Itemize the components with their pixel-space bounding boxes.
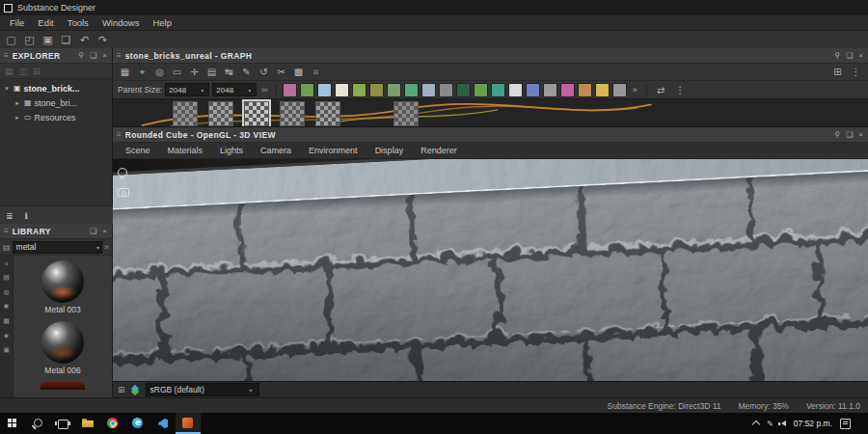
3d-view-menu-item[interactable]: Materials bbox=[159, 146, 212, 155]
node-shortcut-button[interactable] bbox=[491, 83, 505, 97]
filter-icon[interactable]: ▤ bbox=[3, 243, 11, 252]
pin-icon[interactable]: ⚲ bbox=[833, 51, 841, 60]
node-shortcut-button[interactable] bbox=[300, 83, 314, 97]
chevron-down-icon[interactable]: ▾ bbox=[96, 244, 101, 251]
expand-arrow-icon[interactable]: ▸ bbox=[14, 99, 21, 107]
cut-icon[interactable]: ✂ bbox=[273, 67, 289, 77]
node-shortcut-button[interactable] bbox=[404, 83, 419, 97]
chrome-icon[interactable] bbox=[100, 413, 125, 434]
search-input[interactable] bbox=[14, 242, 96, 252]
node-thumbnail[interactable] bbox=[393, 101, 419, 126]
library-category-icon[interactable]: ≡ bbox=[4, 260, 8, 267]
link-mode-icon[interactable]: ↹ bbox=[221, 67, 237, 77]
center-icon[interactable]: ◎ bbox=[151, 67, 168, 77]
split-view-icon[interactable]: ◫ bbox=[19, 67, 28, 76]
info-icon[interactable]: ℹ bbox=[25, 211, 28, 221]
pin-icon[interactable]: ⚲ bbox=[77, 51, 85, 60]
node-shortcut-button[interactable] bbox=[352, 83, 366, 97]
fit-icon[interactable]: ▭ bbox=[169, 67, 185, 77]
pattern-icon[interactable]: ▩ bbox=[290, 67, 307, 77]
tree-item[interactable]: ▸ ▭ Resources bbox=[0, 110, 112, 124]
menu-item[interactable]: Windows bbox=[95, 17, 147, 28]
library-category-icon[interactable]: ▦ bbox=[3, 317, 10, 325]
parent-height-select[interactable]: 2048 ▾ bbox=[212, 83, 257, 96]
node-shortcut-button[interactable] bbox=[283, 83, 297, 97]
3d-view-menu-item[interactable]: Renderer bbox=[412, 146, 466, 155]
tray-expand-icon[interactable] bbox=[752, 420, 760, 428]
menu-item[interactable]: Help bbox=[146, 17, 178, 28]
redo-icon[interactable]: ↷ bbox=[95, 32, 111, 47]
layout-icon[interactable]: ▤ bbox=[203, 67, 220, 77]
node-overflow-button[interactable]: » bbox=[630, 85, 640, 95]
copy-icon[interactable]: ❏ bbox=[58, 32, 74, 47]
task-view-icon[interactable] bbox=[50, 413, 75, 434]
file-explorer-icon[interactable] bbox=[75, 413, 100, 434]
vscode-icon[interactable] bbox=[150, 413, 176, 434]
substance-designer-icon[interactable] bbox=[176, 413, 201, 434]
node-thumbnail[interactable] bbox=[244, 101, 269, 126]
library-more-icon[interactable]: » bbox=[104, 242, 109, 252]
library-category-icon[interactable]: ✱ bbox=[4, 303, 10, 311]
3d-view-menu-item[interactable]: Scene bbox=[117, 146, 159, 155]
expand-arrow-icon[interactable]: ▸ bbox=[14, 114, 21, 122]
float-icon[interactable]: ❏ bbox=[89, 227, 97, 235]
3d-view-menu-item[interactable]: Display bbox=[366, 146, 413, 155]
refresh-icon[interactable]: ↺ bbox=[256, 67, 272, 77]
tree-item[interactable]: ▸ ▦ stone_bri... bbox=[0, 95, 112, 110]
list-view-icon[interactable]: ▤ bbox=[5, 67, 14, 76]
node-shortcut-button[interactable] bbox=[317, 83, 332, 97]
graph-canvas[interactable] bbox=[113, 99, 868, 126]
move-icon[interactable]: ✛ bbox=[186, 67, 203, 77]
node-thumbnail[interactable] bbox=[280, 101, 305, 126]
library-category-icon[interactable]: ◍ bbox=[3, 288, 9, 296]
library-item[interactable]: Metal 006 bbox=[41, 321, 84, 375]
start-icon[interactable] bbox=[0, 413, 25, 434]
menu-item[interactable]: File bbox=[3, 17, 31, 28]
pin-icon[interactable]: ⚲ bbox=[833, 130, 841, 139]
clock[interactable]: 07:52 p.m. bbox=[794, 419, 832, 428]
node-thumbnail[interactable] bbox=[208, 101, 233, 126]
volume-icon[interactable] bbox=[781, 420, 786, 426]
close-icon[interactable]: × bbox=[857, 130, 864, 139]
node-shortcut-button[interactable] bbox=[369, 83, 384, 97]
align-horizontal-icon[interactable]: ⇄ bbox=[653, 85, 669, 95]
colorspace-select[interactable]: sRGB (default) ▾ bbox=[146, 383, 259, 396]
focus-icon[interactable]: ⌖ bbox=[134, 67, 150, 78]
more-options-icon[interactable]: ⋮ bbox=[672, 85, 689, 95]
3d-view-menu-item[interactable]: Lights bbox=[211, 146, 252, 155]
close-icon[interactable]: × bbox=[857, 51, 864, 60]
node-shortcut-button[interactable] bbox=[612, 83, 627, 97]
library-item[interactable]: Metal 003 bbox=[41, 260, 84, 314]
node-thumbnail[interactable] bbox=[315, 101, 340, 126]
node-shortcut-button[interactable] bbox=[578, 83, 592, 97]
expand-arrow-icon[interactable]: ▾ bbox=[3, 85, 11, 93]
snap-grid-icon[interactable]: ⌗ bbox=[308, 67, 324, 78]
node-shortcut-button[interactable] bbox=[560, 83, 575, 97]
open-icon[interactable]: ◰ bbox=[21, 32, 38, 47]
node-shortcut-button[interactable] bbox=[421, 83, 436, 97]
new-file-icon[interactable]: ▢ bbox=[3, 32, 19, 47]
properties-icon[interactable]: ≣ bbox=[6, 211, 14, 221]
node-shortcut-button[interactable] bbox=[474, 83, 488, 97]
node-shortcut-button[interactable] bbox=[387, 83, 401, 97]
collapse-all-icon[interactable]: ⊟ bbox=[33, 67, 41, 76]
options-icon[interactable]: ⋮ bbox=[848, 67, 864, 77]
background-toggle-icon[interactable]: ⊞ bbox=[118, 385, 125, 394]
undo-icon[interactable]: ↶ bbox=[76, 32, 93, 47]
search-icon[interactable] bbox=[25, 413, 50, 434]
save-icon[interactable]: ▣ bbox=[40, 32, 56, 47]
node-shortcut-button[interactable] bbox=[543, 83, 557, 97]
tree-item[interactable]: ▾ ▣ stone_brick... bbox=[0, 81, 112, 95]
node-shortcut-button[interactable] bbox=[439, 83, 453, 97]
close-icon[interactable]: × bbox=[101, 51, 108, 60]
node-shortcut-button[interactable] bbox=[508, 83, 523, 97]
grid-toggle-icon[interactable]: ⊞ bbox=[829, 67, 846, 77]
notifications-icon[interactable] bbox=[840, 419, 851, 429]
float-icon[interactable]: ❏ bbox=[845, 51, 854, 60]
link-size-icon[interactable]: ∞ bbox=[259, 85, 269, 95]
node-shortcut-button[interactable] bbox=[335, 83, 349, 97]
library-search[interactable]: ▾ bbox=[13, 241, 102, 254]
node-shortcut-button[interactable] bbox=[595, 83, 610, 97]
node-thumbnail[interactable] bbox=[173, 101, 198, 126]
pen-icon[interactable]: ✎ bbox=[767, 420, 773, 428]
